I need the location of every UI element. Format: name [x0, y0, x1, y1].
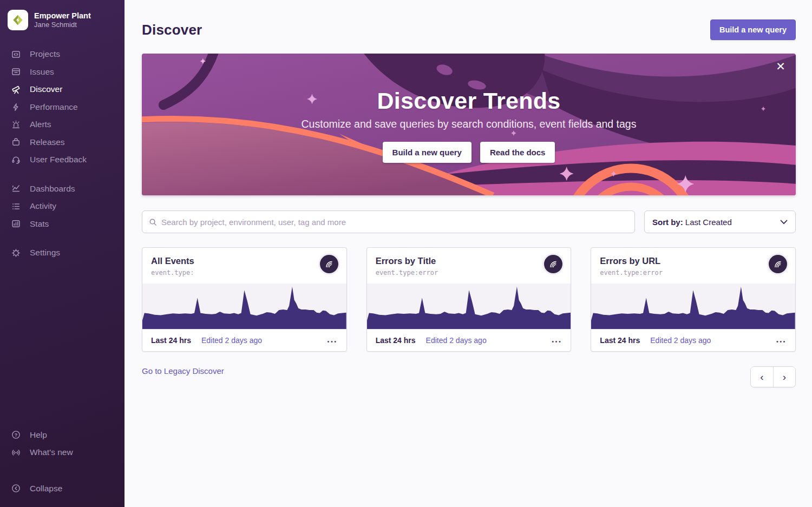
- chevron-down-icon: [780, 220, 788, 225]
- sidebar-item-alerts[interactable]: Alerts: [0, 116, 125, 134]
- org-avatar: [8, 10, 28, 30]
- sidebar: Empower Plant Jane Schmidt Projects Issu…: [0, 0, 125, 507]
- primary-nav: Projects Issues Discover: [0, 45, 125, 169]
- empower-plant-logo-icon: [11, 13, 25, 27]
- card-edited-link[interactable]: Edited 2 days ago: [426, 336, 487, 345]
- main-content: Discover Build a new query: [125, 0, 812, 507]
- sidebar-item-help[interactable]: ? Help: [0, 426, 125, 444]
- siren-icon: [11, 120, 21, 129]
- gear-icon: [11, 248, 21, 258]
- sidebar-item-label: User Feedback: [30, 155, 87, 164]
- card-context-menu-icon[interactable]: •••: [552, 337, 562, 344]
- sidebar-item-label: Settings: [30, 248, 60, 258]
- briefcase-icon: [11, 137, 21, 147]
- lightning-icon: [11, 103, 21, 111]
- banner-build-query-button[interactable]: Build a new query: [383, 142, 472, 163]
- sidebar-item-label: Dashboards: [30, 184, 75, 194]
- sort-label: Sort by:: [652, 218, 683, 227]
- card-context-menu-icon[interactable]: •••: [328, 337, 338, 344]
- sidebar-item-label: Projects: [30, 49, 60, 59]
- saved-queries-grid: All Events event.type: Last 24 hrs Edite…: [142, 247, 796, 352]
- sidebar-item-discover[interactable]: Discover: [0, 81, 125, 98]
- search-box: [142, 210, 635, 233]
- sort-value: Last Created: [685, 218, 732, 227]
- search-icon: [149, 218, 157, 226]
- previous-page-button[interactable]: ‹: [751, 367, 773, 387]
- help-icon: ?: [11, 430, 21, 439]
- card-timeframe: Last 24 hrs: [151, 336, 191, 345]
- sentry-logo-badge: [320, 255, 338, 273]
- card-sparkline-chart: [142, 284, 346, 329]
- banner-close-icon[interactable]: ✕: [773, 59, 788, 74]
- card-title: Errors by Title: [376, 256, 562, 266]
- sidebar-item-label: What's new: [30, 447, 73, 457]
- page-title: Discover: [142, 22, 202, 38]
- sidebar-item-whats-new[interactable]: What's new: [0, 444, 125, 462]
- org-switcher[interactable]: Empower Plant Jane Schmidt: [0, 6, 125, 34]
- sidebar-item-label: Stats: [30, 219, 49, 229]
- svg-text:?: ?: [14, 432, 17, 438]
- sidebar-item-performance[interactable]: Performance: [0, 98, 125, 116]
- card-edited-link[interactable]: Edited 2 days ago: [201, 336, 262, 345]
- sidebar-item-label: Discover: [30, 84, 62, 94]
- sidebar-collapse-button[interactable]: Collapse: [0, 480, 125, 498]
- banner-read-docs-button[interactable]: Read the docs: [480, 142, 555, 163]
- sidebar-item-releases[interactable]: Releases: [0, 134, 125, 152]
- headset-icon: [11, 155, 21, 164]
- card-title: All Events: [151, 256, 338, 266]
- sidebar-item-stats[interactable]: Stats: [0, 215, 125, 233]
- sidebar-item-label: Alerts: [30, 120, 51, 129]
- search-input[interactable]: [161, 218, 628, 227]
- next-page-button[interactable]: ›: [773, 367, 795, 387]
- card-timeframe: Last 24 hrs: [600, 336, 640, 345]
- chevron-left-icon: ‹: [760, 371, 763, 383]
- query-card-errors-by-url[interactable]: Errors by URL event.type:error Last 24 h…: [591, 247, 796, 352]
- sidebar-item-user-feedback[interactable]: User Feedback: [0, 151, 125, 169]
- card-query: event.type:error: [600, 269, 787, 276]
- secondary-nav: Dashboards Activity Stats: [0, 180, 125, 233]
- sentry-logo-icon: [548, 259, 559, 269]
- card-title: Errors by URL: [600, 256, 787, 266]
- issues-icon: [11, 67, 21, 76]
- sort-dropdown[interactable]: Sort by: Last Created: [644, 210, 796, 233]
- broadcast-icon: [11, 448, 21, 457]
- sidebar-item-label: Issues: [30, 67, 54, 77]
- sentry-logo-icon: [772, 259, 783, 269]
- query-card-all-events[interactable]: All Events event.type: Last 24 hrs Edite…: [142, 247, 347, 352]
- card-query: event.type:: [151, 269, 338, 276]
- bottom-row: Go to Legacy Discover ‹ ›: [142, 366, 796, 387]
- chevron-right-icon: ›: [783, 371, 786, 383]
- settings-nav: Settings: [0, 244, 125, 262]
- sidebar-item-activity[interactable]: Activity: [0, 197, 125, 215]
- card-edited-link[interactable]: Edited 2 days ago: [650, 336, 711, 345]
- sentry-logo-badge: [769, 255, 787, 273]
- page-header: Discover Build a new query: [142, 19, 796, 40]
- card-context-menu-icon[interactable]: •••: [776, 337, 787, 344]
- legacy-discover-link[interactable]: Go to Legacy Discover: [142, 366, 224, 376]
- footer-nav: ? Help What's new: [0, 426, 125, 462]
- build-new-query-button[interactable]: Build a new query: [710, 19, 796, 40]
- org-name: Empower Plant: [34, 11, 91, 21]
- card-query: event.type:error: [376, 269, 562, 276]
- sidebar-item-dashboards[interactable]: Dashboards: [0, 180, 125, 198]
- sidebar-item-label: Collapse: [30, 484, 62, 493]
- discover-trends-banner: Discover Trends Customize and save queri…: [142, 54, 796, 195]
- collapse-icon: [11, 484, 21, 493]
- sentry-logo-icon: [324, 259, 335, 269]
- bar-chart-icon: [11, 219, 21, 228]
- sidebar-item-projects[interactable]: Projects: [0, 45, 125, 63]
- sidebar-item-label: Help: [30, 430, 47, 440]
- sidebar-item-issues[interactable]: Issues: [0, 63, 125, 81]
- sidebar-item-settings[interactable]: Settings: [0, 244, 125, 262]
- pagination: ‹ ›: [750, 366, 796, 387]
- query-toolbar: Sort by: Last Created: [142, 210, 796, 233]
- banner-subtitle: Customize and save queries by search con…: [302, 118, 637, 130]
- projects-icon: [11, 50, 21, 59]
- sidebar-item-label: Activity: [30, 201, 56, 211]
- card-sparkline-chart: [367, 284, 571, 329]
- sidebar-item-label: Performance: [30, 102, 78, 112]
- banner-title: Discover Trends: [377, 88, 560, 114]
- card-sparkline-chart: [591, 284, 795, 329]
- query-card-errors-by-title[interactable]: Errors by Title event.type:error Last 24…: [366, 247, 572, 352]
- card-timeframe: Last 24 hrs: [376, 336, 416, 345]
